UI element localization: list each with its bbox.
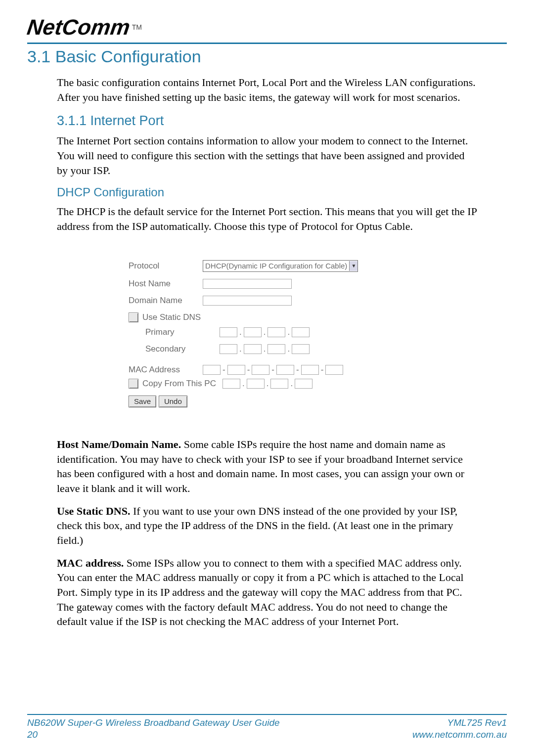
mac-address-input[interactable]: - - - - - [203, 365, 343, 375]
header-rule [27, 43, 507, 44]
use-static-dns-label: Use Static DNS [142, 312, 201, 322]
header-logo-row: NetComm TM [27, 15, 507, 40]
domain-label: Domain Name [129, 296, 203, 306]
footer-page-number: 20 [27, 729, 280, 741]
mac-bold: MAC address. [57, 557, 124, 569]
footer-doc-title: NB620W Super-G Wireless Broadband Gatewa… [27, 717, 280, 729]
section-heading-3-1: 3.1 Basic Configuration [27, 47, 507, 66]
paragraph-mac: MAC address. Some ISPs allow you to conn… [57, 556, 477, 629]
primary-dns-label: Primary [129, 327, 220, 337]
use-static-dns-checkbox[interactable] [129, 312, 138, 322]
copy-from-pc-checkbox[interactable] [129, 379, 138, 389]
secondary-dns-input[interactable]: . . . [220, 344, 310, 354]
domain-input[interactable] [203, 296, 292, 306]
save-button[interactable]: Save [129, 396, 156, 407]
paragraph-intro: The basic configuration contains Interne… [57, 75, 477, 104]
footer-revision: YML725 Rev1 [412, 717, 507, 729]
footer-url: www.netcomm.com.au [412, 729, 507, 741]
hostname-label: Host Name [129, 279, 203, 289]
protocol-select[interactable]: DHCP(Dynamic IP Configuration for Cable)… [203, 260, 358, 272]
paragraph-use-static-dns: Use Static DNS. If you want to use your … [57, 504, 477, 548]
section-heading-dhcp: DHCP Configuration [57, 185, 477, 199]
secondary-dns-label: Secondary [129, 344, 220, 354]
page-footer: NB620W Super-G Wireless Broadband Gatewa… [27, 714, 507, 741]
footer-rule [27, 714, 507, 715]
primary-dns-input[interactable]: . . . [220, 327, 310, 337]
copy-from-pc-ip-input[interactable]: . . . [222, 379, 312, 389]
hostname-bold: Host Name/Domain Name. [57, 438, 181, 450]
copy-from-pc-label: Copy From This PC [142, 379, 222, 389]
protocol-select-value: DHCP(Dynamic IP Configuration for Cable) [205, 262, 347, 270]
paragraph-internet-port: The Internet Port section contains infor… [57, 133, 477, 178]
protocol-label: Protocol [129, 261, 203, 271]
brand-logo: NetComm [25, 15, 132, 40]
paragraph-dhcp: The DHCP is the default service for the … [57, 204, 477, 233]
hostname-input[interactable] [203, 279, 292, 289]
section-heading-3-1-1: 3.1.1 Internet Port [57, 113, 477, 129]
mac-address-label: MAC Address [129, 365, 203, 375]
undo-button[interactable]: Undo [159, 396, 187, 407]
usedns-bold: Use Static DNS. [57, 505, 131, 517]
paragraph-hostname: Host Name/Domain Name. Some cable ISPs r… [57, 437, 477, 496]
trademark-icon: TM [132, 23, 142, 31]
chevron-down-icon: ▼ [349, 261, 357, 271]
dhcp-form-screenshot: Protocol DHCP(Dynamic IP Configuration f… [114, 246, 420, 418]
